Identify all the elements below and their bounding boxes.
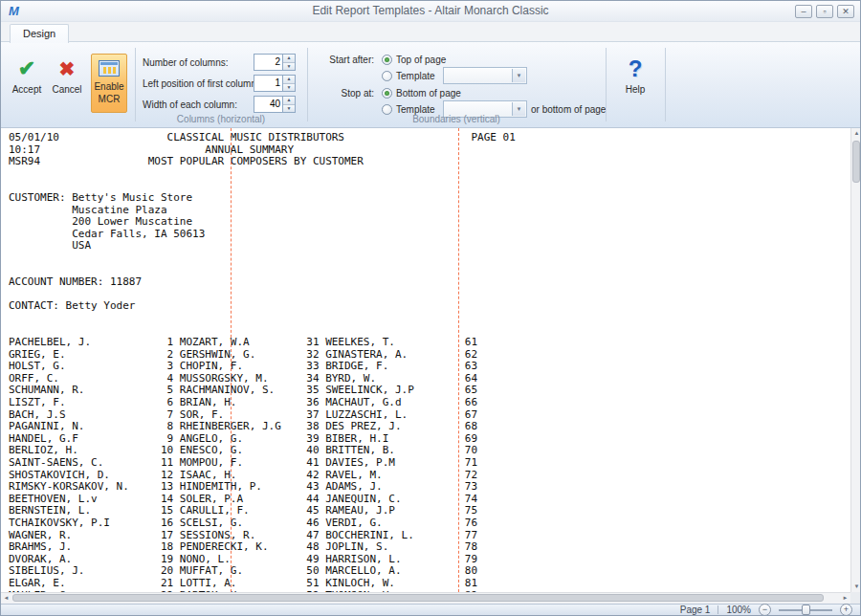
help-button[interactable]: ? Help [615, 55, 655, 96]
spinner-value[interactable]: 2 [254, 55, 282, 70]
zoom-out-icon[interactable]: − [759, 604, 771, 616]
zoom-in-icon[interactable]: + [840, 604, 852, 616]
start-after-label: Start after: [317, 55, 374, 65]
vertical-scrollbar[interactable]: ▲ ▼ [850, 128, 861, 592]
app-window: M Edit Report Templates - Altair Monarch… [0, 0, 861, 616]
scroll-up-icon[interactable]: ▲ [851, 128, 861, 139]
ribbon: ✔ Accept ✖ Cancel Enable MCR Number of c… [1, 42, 860, 128]
enable-mcr-button[interactable]: Enable MCR [91, 54, 127, 113]
scroll-left-icon[interactable]: ◄ [1, 593, 11, 604]
radio-start-template-label[interactable]: Template [396, 71, 435, 81]
zoom-level: 100% [726, 605, 751, 615]
cancel-label: Cancel [52, 83, 81, 96]
radio-top-of-page[interactable] [382, 55, 392, 65]
number-of-columns-row: Number of columns: 2 ▲ ▼ [143, 54, 296, 71]
x-icon: ✖ [59, 55, 76, 83]
group-divider [135, 48, 136, 121]
boundaries-group-title: Boundaries (vertical) [307, 114, 606, 124]
left-position-spinner[interactable]: 1 ▲ ▼ [254, 75, 296, 92]
status-bar: Page 1 100% − + [1, 604, 860, 615]
mcr-columns-icon [99, 60, 120, 77]
start-template-radio-row: Template [382, 70, 435, 82]
column-width-label: Width of each column: [143, 99, 252, 110]
enable-mcr-label: Enable MCR [92, 80, 126, 105]
spin-up-icon[interactable]: ▲ [283, 97, 295, 105]
window-title: Edit Report Templates - Altair Monarch C… [1, 1, 860, 21]
left-position-row: Left position of first column: 1 ▲ ▼ [143, 75, 296, 92]
spinner-value[interactable]: 40 [254, 97, 282, 112]
group-divider [307, 48, 308, 121]
stop-bottom-radio-row: Bottom of page [382, 87, 461, 99]
vertical-scrollbar-thumb[interactable] [852, 141, 860, 183]
spin-down-icon[interactable]: ▼ [283, 84, 295, 92]
tab-strip: Design [1, 22, 860, 42]
zoom-slider-thumb[interactable] [802, 605, 810, 615]
check-icon: ✔ [18, 55, 35, 83]
stop-at-label: Stop at: [317, 88, 374, 99]
horizontal-scrollbar[interactable]: ◄ ► [1, 592, 850, 604]
column-boundary-guide[interactable] [458, 128, 459, 592]
column-width-spinner[interactable]: 40 ▲ ▼ [254, 96, 296, 113]
question-icon: ? [629, 55, 643, 83]
left-position-label: Left position of first column: [143, 78, 252, 89]
radio-bottom-of-page-label[interactable]: Bottom of page [396, 88, 461, 99]
tab-design[interactable]: Design [10, 24, 69, 43]
dropdown-arrow-icon[interactable]: ▼ [512, 69, 525, 82]
spinner-arrows: ▲ ▼ [282, 97, 295, 112]
spinner-arrows: ▲ ▼ [282, 55, 295, 70]
spin-down-icon[interactable]: ▼ [283, 105, 295, 113]
status-separator [718, 605, 718, 614]
titlebar[interactable]: M Edit Report Templates - Altair Monarch… [1, 1, 860, 22]
accept-label: Accept [12, 83, 42, 96]
column-boundary-guide[interactable] [231, 128, 232, 592]
window-controls: – ▫ ✕ [795, 5, 854, 18]
spinner-arrows: ▲ ▼ [282, 76, 295, 91]
scroll-down-icon[interactable]: ▼ [851, 582, 861, 592]
group-divider [606, 48, 607, 121]
radio-bottom-of-page[interactable] [382, 88, 392, 99]
spin-up-icon[interactable]: ▲ [283, 55, 295, 63]
page-indicator: Page 1 [680, 605, 711, 615]
start-template-dropdown[interactable]: ▼ [443, 67, 527, 84]
cancel-button[interactable]: ✖ Cancel [47, 55, 87, 96]
monarch-logo: M [9, 4, 19, 18]
radio-top-of-page-label[interactable]: Top of page [396, 55, 446, 65]
scrollbar-corner [850, 592, 861, 604]
minimize-icon[interactable]: – [795, 5, 812, 18]
report-view[interactable]: 05/01/10 CLASSICAL MUSIC DISTRIBUTORS PA… [1, 128, 850, 592]
zoom-slider[interactable] [779, 604, 832, 616]
radio-start-template[interactable] [382, 71, 392, 81]
spinner-value[interactable]: 1 [254, 76, 282, 91]
help-label: Help [626, 83, 646, 96]
horizontal-scrollbar-thumb[interactable] [12, 594, 824, 602]
spin-down-icon[interactable]: ▼ [283, 63, 295, 71]
accept-button[interactable]: ✔ Accept [7, 55, 47, 96]
number-of-columns-spinner[interactable]: 2 ▲ ▼ [254, 54, 296, 71]
group-divider [665, 48, 666, 121]
columns-group-title: Columns (horizontal) [135, 114, 307, 124]
start-top-radio-row: Top of page [382, 54, 446, 66]
number-of-columns-label: Number of columns: [143, 57, 252, 68]
report-text: 05/01/10 CLASSICAL MUSIC DISTRIBUTORS PA… [9, 132, 516, 592]
restore-icon[interactable]: ▫ [816, 5, 833, 18]
close-icon[interactable]: ✕ [837, 5, 854, 18]
scroll-right-icon[interactable]: ► [840, 593, 850, 604]
column-width-row: Width of each column: 40 ▲ ▼ [143, 96, 296, 113]
spin-up-icon[interactable]: ▲ [283, 76, 295, 84]
